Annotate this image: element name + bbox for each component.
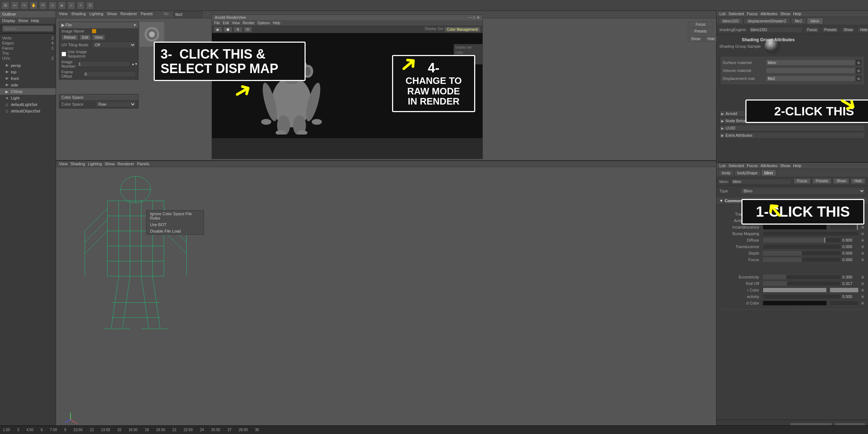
toolbar-icon-9[interactable]: ⌖ (77, 1, 85, 9)
rv-close-icon[interactable]: ✕ (477, 16, 480, 20)
incandescence-connect-btn[interactable]: ◈ (860, 225, 865, 230)
volume-connect-btn[interactable]: ⊞ (855, 67, 862, 74)
outliner-item-side[interactable]: 👁 side (0, 82, 56, 88)
context-disable[interactable]: Disable File Load (146, 228, 204, 234)
frame-offset-input[interactable] (83, 71, 136, 77)
ae-menu-show[interactable]: Show (780, 163, 790, 168)
menu-lighting[interactable]: Lighting (89, 12, 103, 17)
ae-menu-help[interactable]: Help (793, 163, 801, 168)
incandescence-slider[interactable] (830, 225, 859, 230)
bv-menu-view[interactable]: View (59, 162, 68, 166)
uv-tiling-select[interactable]: Off (92, 42, 136, 48)
use-image-seq-checkbox[interactable] (61, 52, 66, 56)
bump-connect-btn[interactable]: ◈ (860, 231, 865, 236)
extra-attributes-section[interactable]: ▶ Extra Attributes (719, 132, 865, 139)
menu-renderer[interactable]: Renderer (120, 12, 137, 17)
bv-menu-lighting[interactable]: Lighting (88, 162, 102, 166)
rv-menu-view[interactable]: View (232, 21, 240, 25)
ne-menu-show[interactable]: Show (780, 12, 790, 16)
depth-connect-btn[interactable]: ◈ (860, 251, 865, 256)
ne-tab-blinn1sg[interactable]: blinn1SG (719, 18, 743, 24)
ne-menu-focus[interactable]: Focus (747, 12, 758, 16)
reload-button[interactable]: Reload (61, 35, 78, 40)
outliner-item-top[interactable]: 👁 top (0, 69, 56, 75)
file-name-input[interactable] (174, 12, 203, 17)
bv-menu-show[interactable]: Show (105, 162, 115, 166)
outliner-menu-display[interactable]: Display (2, 18, 15, 23)
ae-tab-blinn[interactable]: blinn (761, 170, 776, 176)
context-ignore[interactable]: Ignore Color Space File Rules (146, 210, 204, 221)
ae-focus-btn[interactable]: Focus (794, 178, 810, 184)
ae-hide-btn[interactable]: Hide (851, 178, 865, 184)
eccentricity-slider[interactable] (763, 275, 841, 280)
rv-minimize-icon[interactable]: ─ (469, 16, 472, 20)
blinn-name-input[interactable] (731, 179, 792, 184)
outliner-item-chimp[interactable]: ▶ Chimp (0, 88, 56, 95)
rv-menu-edit[interactable]: Edit (223, 21, 229, 25)
translucence-connect-btn[interactable]: ◈ (860, 244, 865, 249)
bv-menu-shading[interactable]: Shading (71, 162, 85, 166)
context-bot[interactable]: Use BOT (146, 221, 204, 228)
ae-tab-bodyshape[interactable]: bodyShape (734, 170, 761, 176)
rv-stop-btn[interactable]: ⏹ (224, 27, 232, 32)
ne-tab-displacementshader[interactable]: displacementShader2 (744, 18, 790, 24)
diffuse-connect-btn[interactable]: ◈ (860, 238, 865, 243)
image-number-spinner[interactable]: ▲▼ (131, 62, 138, 66)
type-select[interactable]: Blinn (740, 187, 865, 195)
displace-connect-btn[interactable]: ⊞ (855, 75, 862, 82)
toolbar-icon-6[interactable]: ⊙ (48, 1, 56, 9)
bump-slider[interactable] (763, 231, 859, 236)
wireframe-viewport[interactable]: x z per (56, 167, 716, 434)
rcolor-connect-btn[interactable]: ◈ (860, 288, 865, 293)
file-node-collapse[interactable]: ▾ (134, 23, 136, 27)
ne-hide-btn[interactable]: Hide (858, 27, 868, 33)
toolbar-icon-8[interactable]: ⤢ (67, 1, 75, 9)
surface-connect-btn[interactable]: ⊞ (855, 59, 862, 66)
image-number-input[interactable] (77, 61, 130, 67)
toolbar-icon-4[interactable]: ✋ (30, 1, 38, 9)
view-button[interactable]: View (92, 35, 105, 40)
toolbar-icon-5[interactable]: ⟳ (39, 1, 47, 9)
dcolor-slider[interactable] (830, 301, 859, 306)
focus-slider[interactable] (763, 257, 841, 262)
rv-play-btn[interactable]: ▶ (214, 27, 222, 32)
outliner-item-defaultobjectset[interactable]: □ defaultObjectSet (0, 108, 56, 114)
rv-refresh-btn[interactable]: ⟳ (244, 27, 252, 32)
surface-input[interactable] (766, 60, 855, 65)
rv-pause-btn[interactable]: ⏸ (234, 27, 242, 32)
ne-focus-btn[interactable]: Focus (805, 27, 820, 33)
search-input[interactable] (2, 25, 54, 32)
toolbar-icon-7[interactable]: ◈ (58, 1, 66, 9)
bv-menu-renderer[interactable]: Renderer (118, 162, 134, 166)
menu-show[interactable]: Show (107, 12, 117, 17)
rv-menu-help[interactable]: Help (273, 21, 280, 25)
reflectivity-connect-btn[interactable]: ◈ (860, 294, 865, 299)
rv-color-mgmt-btn[interactable]: Color Management (444, 27, 480, 32)
ae-menu-attributes[interactable]: Attributes (761, 163, 777, 168)
image-folder-icon[interactable] (92, 29, 96, 33)
ae-show-btn[interactable]: Show (833, 178, 849, 184)
displace-input[interactable] (766, 76, 855, 81)
ne-menu-selected[interactable]: Selected (728, 12, 744, 16)
reflectivity-slider[interactable] (763, 294, 841, 299)
ne-menu-list[interactable]: List (719, 12, 726, 16)
outliner-menu-help[interactable]: Help (31, 18, 39, 23)
outliner-item-defaultlightset[interactable]: □ defaultLightSet (0, 101, 56, 108)
ne-menu-help[interactable]: Help (793, 12, 801, 16)
rolloff-connect-btn[interactable]: ◈ (860, 281, 865, 286)
menu-panels[interactable]: Panels (141, 12, 153, 17)
ae-menu-selected[interactable]: Selected (728, 163, 744, 168)
outliner-menu-show[interactable]: Show (18, 18, 28, 23)
incandescence-swatch[interactable] (763, 225, 827, 230)
hide-button-top[interactable]: Hide (704, 36, 718, 42)
ae-tab-body[interactable]: body (719, 170, 734, 176)
rcolor-swatch[interactable] (763, 288, 827, 293)
toolbar-icon-2[interactable]: ↩ (11, 1, 19, 9)
outliner-item-front[interactable]: 👁 front (0, 75, 56, 82)
eccentricity-connect-btn[interactable]: ◈ (860, 275, 865, 280)
depth-slider[interactable] (763, 251, 841, 256)
diffuse-slider-container[interactable] (763, 238, 841, 243)
translucence-slider[interactable] (763, 244, 841, 249)
focus-button-top[interactable]: Focus (688, 22, 713, 27)
toolbar-icon-3[interactable]: ↪ (20, 1, 28, 9)
